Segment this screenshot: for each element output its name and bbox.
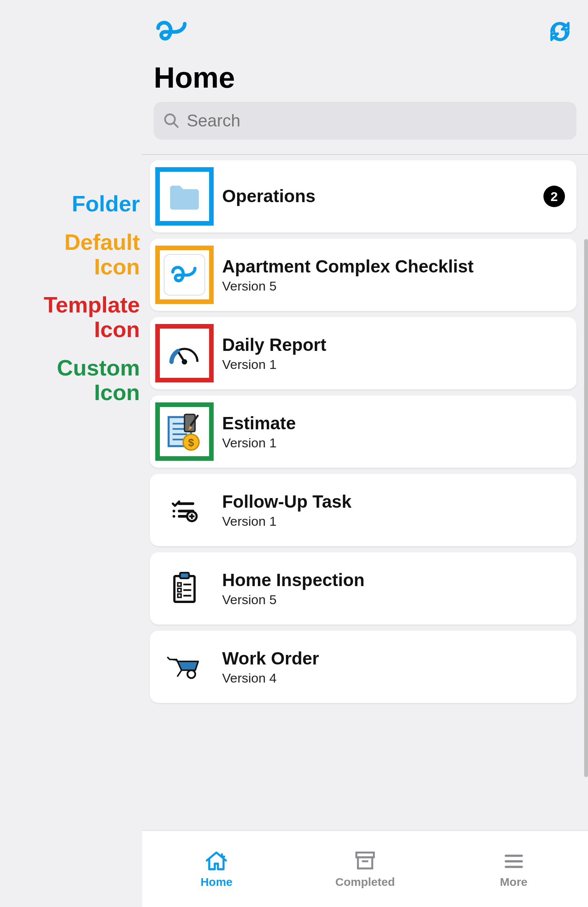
svg-line-30 [168,658,170,659]
scrollbar[interactable] [584,239,588,777]
app-screen: Home Operations 2 [142,0,588,907]
item-version: Version 5 [222,592,565,607]
gauge-icon [155,324,214,382]
item-version: Version 1 [222,357,565,372]
checklist-add-icon [155,481,214,539]
menu-icon [500,849,527,872]
svg-rect-26 [178,594,181,598]
app-logo-icon [154,18,191,47]
svg-text:$: $ [188,437,194,449]
estimate-icon: $ [155,402,214,461]
search-field[interactable] [187,111,567,130]
clipboard-icon [155,559,214,618]
list-item[interactable]: Apartment Complex Checklist Version 5 [150,239,576,311]
svg-rect-24 [178,583,181,586]
refresh-button[interactable] [547,19,573,46]
item-version: Version 1 [222,435,565,450]
list-item[interactable]: Work Order Version 4 [150,631,576,703]
wheelbarrow-icon [155,638,214,696]
item-title: Operations [222,186,543,207]
item-version: Version 5 [222,279,565,294]
svg-point-14 [173,510,175,512]
svg-point-32 [188,670,195,678]
annotation-sidebar: Folder DefaultIcon TemplateIcon CustomIc… [0,0,142,907]
list-item[interactable]: Home Inspection Version 5 [150,552,576,625]
annotation-folder: Folder [72,184,140,223]
annotation-template: TemplateIcon [44,286,140,349]
list-item[interactable]: $ Estimate Version 1 [150,395,576,468]
tab-bar: Home Completed More [142,830,588,907]
svg-rect-25 [178,588,181,592]
template-list: Operations 2 Apartment Complex Checklist… [142,155,588,703]
svg-line-1 [174,123,178,127]
tab-label: More [500,875,528,889]
item-title: Work Order [222,648,565,669]
list-item[interactable]: Daily Report Version 1 [150,317,576,389]
item-title: Daily Report [222,334,565,355]
item-version: Version 1 [222,514,565,529]
search-icon [163,112,180,129]
item-title: Follow-Up Task [222,491,565,512]
item-title: Estimate [222,413,565,434]
svg-line-31 [178,670,181,676]
tab-label: Completed [336,875,395,889]
svg-rect-34 [358,857,372,869]
list-item[interactable]: Follow-Up Task Version 1 [150,474,576,546]
item-title: Apartment Complex Checklist [222,256,565,277]
list-item-folder[interactable]: Operations 2 [150,160,576,233]
folder-icon [155,167,214,226]
tab-more[interactable]: More [439,831,588,907]
default-logo-icon [155,246,214,304]
annotation-custom: CustomIcon [57,349,140,412]
search-input[interactable] [154,102,576,140]
archive-icon [352,849,379,872]
count-badge: 2 [543,186,565,207]
tab-label: Home [201,875,233,889]
home-icon [203,849,230,872]
svg-rect-23 [180,573,189,578]
item-title: Home Inspection [222,570,565,591]
svg-line-3 [179,353,184,362]
page-title: Home [142,58,588,102]
svg-point-15 [173,515,175,518]
tab-completed[interactable]: Completed [291,831,440,907]
tab-home[interactable]: Home [142,831,291,907]
item-version: Version 4 [222,671,565,686]
annotation-default: DefaultIcon [64,223,140,286]
